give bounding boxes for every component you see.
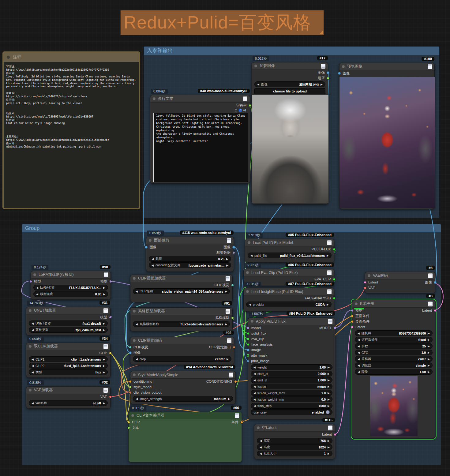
prev-arrow[interactable] [260, 439, 262, 442]
prev-arrow[interactable] [32, 328, 34, 332]
node-vae-decode[interactable]: #8 VAE解码 Latent 图像 VAE [365, 272, 435, 293]
next-arrow[interactable] [103, 328, 105, 332]
input-port-text[interactable] [127, 426, 130, 429]
collapse-dot-icon[interactable] [29, 309, 32, 312]
output-port-vae[interactable] [109, 395, 112, 398]
widget-seed[interactable]: 随机种805673041389806 [355, 330, 433, 336]
node-header[interactable]: CLIP文本编码器 [129, 412, 242, 419]
next-arrow[interactable] [103, 358, 105, 361]
prev-arrow[interactable] [253, 392, 256, 395]
widget-use-gray[interactable]: use_grayenabled [251, 409, 332, 415]
output-port-cropdata[interactable] [232, 251, 235, 254]
prev-arrow[interactable] [136, 290, 138, 293]
prev-arrow[interactable] [253, 385, 256, 388]
output-port-image[interactable] [434, 281, 437, 284]
note-icon[interactable] [327, 270, 332, 275]
next-arrow[interactable] [328, 372, 330, 375]
node-header[interactable]: CLIP视觉加载器 [130, 275, 232, 282]
next-arrow[interactable] [428, 351, 430, 354]
prev-arrow[interactable] [260, 452, 262, 455]
next-arrow[interactable] [103, 402, 105, 405]
next-arrow[interactable] [328, 452, 330, 455]
input-port-model[interactable] [247, 327, 249, 329]
collapse-dot-icon[interactable] [133, 373, 136, 376]
prev-arrow[interactable] [152, 257, 154, 260]
group-io-header[interactable]: 入参和输出 [144, 47, 439, 55]
next-arrow[interactable] [228, 397, 230, 400]
next-arrow[interactable] [328, 379, 330, 382]
output-port-latent[interactable] [434, 309, 437, 312]
collapse-dot-icon[interactable] [153, 97, 156, 100]
widget-end-at[interactable]: end_at1.000 [251, 377, 332, 383]
node-header[interactable]: 预览图像 [339, 63, 434, 70]
input-port-prior-image[interactable] [247, 360, 249, 362]
widget-type[interactable]: 类型flux [29, 369, 108, 375]
note-icon[interactable] [103, 388, 108, 393]
prev-arrow[interactable] [358, 345, 360, 348]
node-header[interactable]: 双CLIP加载器 [26, 343, 110, 350]
node-header[interactable]: 空Latent [254, 424, 335, 432]
output-port-clip-vision-output[interactable] [233, 346, 235, 349]
node-unet-loader[interactable]: 14.763秒 #31 UNET加载器 模型 UNET名称flux1-dev.s… [26, 307, 111, 335]
banner-resize-handle[interactable] [319, 31, 323, 34]
prev-arrow[interactable] [253, 372, 256, 375]
widget-style-model-name[interactable]: 风格模型名称flux1-redux-dev.safetensors [133, 321, 230, 327]
next-arrow[interactable] [327, 254, 329, 257]
node-dualclip-loader[interactable]: 9.050秒 #34 双CLIP加载器 CLIP CLIP1clip_l.1.s… [26, 343, 111, 378]
node-header[interactable]: Load PuLID Flux Model [245, 239, 334, 246]
input-port-latent[interactable] [364, 281, 366, 284]
widget-model-strength[interactable]: 模型强度0.80 [33, 291, 108, 297]
next-arrow[interactable] [328, 439, 330, 442]
prev-arrow[interactable] [358, 364, 360, 367]
next-arrow[interactable] [103, 322, 105, 325]
widget-sampler[interactable]: 采样器euler [355, 356, 433, 362]
output-port-conditioning[interactable] [234, 380, 237, 383]
output-port-eva-clip[interactable] [333, 278, 336, 281]
next-arrow[interactable] [225, 290, 227, 293]
node-header[interactable]: LoRA加载器(仅模型) [31, 271, 111, 279]
note-icon[interactable] [328, 319, 332, 324]
widget-fusion-weight-max[interactable]: fusion_weight_max1.0 [251, 390, 332, 396]
node-header[interactable]: Load Eva Clip (PuLID Flux) [244, 269, 334, 276]
next-arrow[interactable] [428, 370, 430, 373]
node-load-insightface[interactable]: 1.015秒 #87 PuLID-Flux-Enhanced Load Insi… [243, 288, 334, 312]
prev-arrow[interactable] [32, 371, 34, 374]
collapse-dot-icon[interactable] [29, 345, 32, 348]
next-arrow[interactable] [428, 358, 430, 361]
prev-arrow[interactable] [260, 446, 262, 449]
note-icon[interactable] [226, 276, 230, 281]
input-port-eva-clip[interactable] [247, 338, 249, 340]
widget-fusion-weight-min[interactable]: fusion_weight_min0.0 [251, 396, 332, 402]
note-icon[interactable] [428, 273, 433, 278]
note-panel[interactable]: 注释 3D盲盒: https://www.liblib.art/modelinf… [2, 51, 140, 209]
node-style-model-apply[interactable]: #94 AdvancedRefluxControl StyleModelAppl… [130, 371, 236, 404]
next-arrow[interactable] [103, 286, 105, 289]
widget-start-at[interactable]: start_at0.000 [251, 371, 332, 377]
note-icon[interactable] [328, 425, 332, 430]
widget-fusion[interactable]: fusionmean [251, 384, 332, 389]
node-header[interactable]: StyleModelApplySimple [130, 371, 235, 379]
node-preview-image[interactable]: #100 预览图像 图像 [339, 63, 435, 209]
collapse-dot-icon[interactable] [246, 271, 249, 274]
widget-steps[interactable]: 步数25 [355, 343, 433, 349]
next-arrow[interactable] [328, 385, 330, 388]
prev-arrow[interactable] [253, 379, 256, 382]
collapse-dot-icon[interactable] [355, 302, 358, 305]
output-port-latent[interactable] [334, 433, 336, 436]
multiline-controls[interactable]: ✓ [150, 108, 250, 112]
node-face-crop[interactable]: 0.859秒 #118 was-node-suite-comfyui 面部裁剪 … [146, 237, 234, 272]
widget-height[interactable]: 高度1024 [257, 444, 332, 450]
prev-arrow[interactable] [257, 83, 259, 86]
next-arrow[interactable] [225, 323, 227, 326]
output-port-model[interactable] [109, 280, 112, 283]
node-header[interactable]: 面部裁剪 [146, 237, 234, 244]
widget-unet-name[interactable]: UNET名称flux1-dev.sft [29, 320, 108, 326]
note-panel-header[interactable]: 注释 [4, 53, 139, 62]
widget-crop[interactable]: 裁剪0.25 [149, 256, 231, 262]
prev-arrow[interactable] [136, 397, 138, 400]
node-apply-pulid[interactable]: 1.587秒 #84 PuLID-Flux-Enhanced Apply PuL… [248, 317, 335, 419]
widget-clip1[interactable]: CLIP1clip_l.1.safetensors [29, 356, 108, 362]
output-port-style-model[interactable] [231, 317, 234, 319]
prev-arrow[interactable] [152, 264, 154, 267]
next-arrow[interactable] [328, 446, 330, 449]
